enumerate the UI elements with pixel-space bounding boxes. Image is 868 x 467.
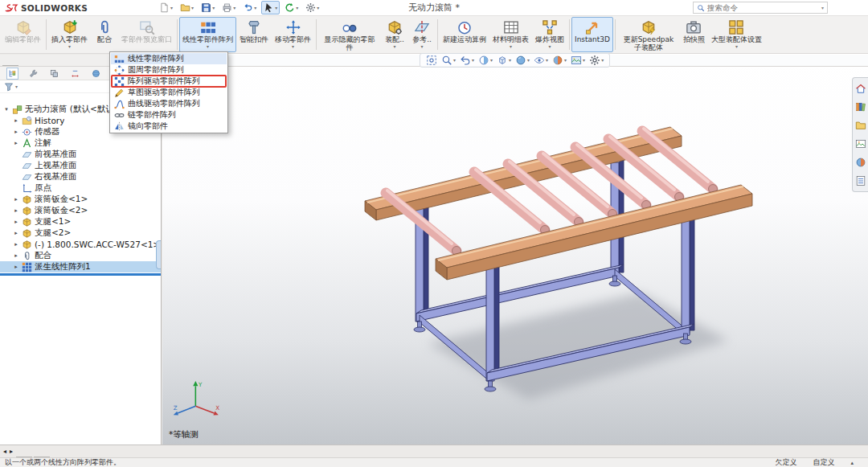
expander-icon[interactable]: ▸	[13, 252, 19, 259]
select-button[interactable]: ▾	[261, 1, 280, 14]
rebuild-button[interactable]: ▾	[282, 1, 301, 14]
dimxpert-icon[interactable]	[69, 68, 81, 80]
options-button[interactable]: ▾	[303, 1, 321, 14]
menu-chain-pattern[interactable]: 链零部件阵列	[111, 109, 227, 121]
menu-linear-pattern[interactable]: 线性零部件阵列	[111, 53, 227, 64]
zoom-to-fit-button[interactable]	[424, 55, 439, 66]
large-assembly-settings-button[interactable]: 大型装配体设置 ▾	[708, 17, 765, 52]
configuration-icon[interactable]	[48, 68, 60, 80]
menu-item[interactable]	[113, 6, 121, 10]
zoom-to-area-button[interactable]: ▾	[440, 55, 457, 66]
expander-icon[interactable]: ▸	[13, 129, 19, 135]
expander-icon[interactable]: ▾	[3, 106, 10, 113]
menu-curve-driven[interactable]: 曲线驱动零部件阵列	[111, 98, 227, 109]
display-style-button[interactable]: ▾	[514, 55, 531, 66]
move-component-button[interactable]: 移动零部件 ▾	[272, 17, 314, 52]
update-speedpak-button[interactable]: 更新Speedpak子装配体	[617, 17, 680, 52]
filter-funnel-icon[interactable]	[4, 82, 14, 92]
tree-item-front-plane[interactable]: ▸ 前视基准面	[0, 149, 161, 160]
reference-geometry-button[interactable]: 参考.. ▾	[408, 17, 436, 52]
property-icon[interactable]	[27, 68, 39, 80]
search-caret-icon[interactable]: ▾	[821, 5, 824, 10]
expander-icon[interactable]: ▸	[13, 219, 19, 225]
view-orientation-button[interactable]: ▾	[495, 55, 513, 66]
take-snapshot-button[interactable]: 拍快照	[680, 17, 708, 52]
insert-components-button[interactable]: 插入零部件 ▾	[48, 17, 91, 52]
home-icon[interactable]	[855, 83, 866, 94]
expander-icon[interactable]: ▸	[13, 140, 19, 146]
menu-item[interactable]	[104, 6, 112, 10]
dropdown-caret-icon: ▾	[472, 58, 474, 63]
print-button[interactable]: ▾	[219, 1, 238, 14]
tree-item-derived-linear-pattern[interactable]: ▸ 派生线性阵列1	[0, 261, 161, 272]
tree-item-leg-2[interactable]: ▸ 支腿<2>	[0, 227, 161, 239]
previous-view-button[interactable]: ▾	[458, 55, 476, 66]
folder2-icon[interactable]	[855, 120, 866, 131]
menu-mirror-components[interactable]: 镜向零部件	[111, 121, 227, 132]
menu-sketch-driven[interactable]: 草图驱动零部件阵列	[111, 87, 227, 98]
status-expand-icon[interactable]: ▴	[850, 460, 854, 466]
menu-circular-pattern[interactable]: 圆周零部件阵列	[111, 64, 227, 76]
ribbon-separator	[316, 19, 317, 50]
tree-item-roller-sheetmetal-2[interactable]: ▸ 滚筒钣金<2>	[0, 205, 161, 216]
tab-scroll-right-icon[interactable]: ▸	[8, 445, 14, 457]
props-icon[interactable]	[855, 175, 866, 186]
search-input[interactable]	[707, 3, 819, 12]
new-motion-study-button[interactable]: 新建运动算例	[440, 17, 489, 52]
tree-item-acc-w527[interactable]: ▸ (-) 1.800.SWC.ACC-W527<1>	[0, 239, 161, 250]
expander-icon[interactable]: ▸	[13, 207, 19, 214]
menu-item[interactable]	[95, 6, 103, 10]
hide-show-items-button[interactable]: ▾	[532, 55, 550, 66]
edit-component-button[interactable]: 编辑零部件	[2, 17, 44, 52]
expander-icon[interactable]: ▸	[13, 241, 19, 248]
open-file-button[interactable]: ▾	[178, 1, 196, 14]
feature-tree-icon[interactable]	[6, 68, 18, 80]
menu-item[interactable]	[121, 6, 129, 10]
expander-icon[interactable]: ▸	[13, 230, 19, 236]
exploded-view-button[interactable]: 爆炸视图 ▾	[532, 17, 567, 52]
linear-component-pattern-button[interactable]: 线性零部件阵列 ▾	[179, 17, 236, 52]
save-button[interactable]: ▾	[199, 1, 217, 14]
bill-of-materials-button[interactable]: 材料明细表 ▾	[489, 17, 532, 52]
tree-item-roller-sheetmetal-1[interactable]: ▸ 滚筒钣金<1>	[0, 194, 161, 205]
expander-icon[interactable]: ▸	[13, 117, 19, 124]
filter-caret-icon[interactable]: ▾	[15, 84, 18, 89]
tree-item-top-plane[interactable]: ▸ 上视基准面	[0, 160, 161, 171]
section-view-button[interactable]: ▾	[477, 55, 494, 66]
undo-button[interactable]: ▾	[240, 1, 259, 14]
view-settings-button[interactable]: ▾	[588, 55, 605, 66]
edit-appearance-button[interactable]: ▾	[551, 55, 568, 66]
search-command-box[interactable]: ▾	[693, 2, 828, 14]
reference-icon	[414, 19, 430, 35]
menu-pattern-driven[interactable]: 阵列驱动零部件阵列	[111, 76, 227, 87]
instant3d-button[interactable]: Instant3D	[571, 17, 613, 52]
smart-fasteners-button[interactable]: 智能扣件	[236, 17, 272, 52]
status-custom-button[interactable]: 自定义	[813, 457, 834, 467]
sphere-icon[interactable]	[855, 157, 866, 168]
tab-scroll-left-icon[interactable]: ◂	[2, 445, 8, 457]
tree-item-leg-1[interactable]: ▸ 支腿<1>	[0, 216, 161, 227]
graphics-area[interactable]: Y X Z *等轴测	[162, 51, 868, 444]
menu-item[interactable]	[130, 6, 138, 10]
model-roller-conveyor[interactable]	[162, 66, 867, 444]
commandmanager-tab[interactable]	[2, 65, 18, 66]
tree-item-right-plane[interactable]: ▸ 右视基准面	[0, 171, 161, 182]
display-icon[interactable]	[90, 68, 102, 80]
show-hidden-components-button[interactable]: 显示隐藏的零部件	[318, 17, 381, 52]
component-preview-button[interactable]: 零部件预览窗口	[118, 17, 175, 52]
tree-item-annotations[interactable]: ▸ 注解	[0, 137, 161, 149]
apply-scene-button[interactable]: ▾	[569, 55, 587, 66]
library-icon[interactable]	[855, 101, 866, 113]
new-file-button[interactable]: ▾	[157, 1, 175, 14]
tree-item-mates[interactable]: ▸ 配合	[0, 250, 161, 261]
panel-splitter[interactable]	[156, 240, 161, 269]
menu-item[interactable]	[139, 6, 147, 10]
mate-button[interactable]: 配合	[91, 17, 118, 52]
rollback-bar[interactable]	[0, 273, 161, 276]
expander-icon[interactable]: ▸	[13, 264, 19, 270]
status-right: 欠定义 自定义 ▴	[775, 457, 863, 467]
tree-item-origin[interactable]: ▸ 原点	[0, 182, 161, 194]
palette-icon[interactable]	[855, 138, 866, 150]
expander-icon[interactable]: ▸	[13, 196, 19, 203]
assembly-features-button[interactable]: 装配.. ▾	[381, 17, 408, 52]
